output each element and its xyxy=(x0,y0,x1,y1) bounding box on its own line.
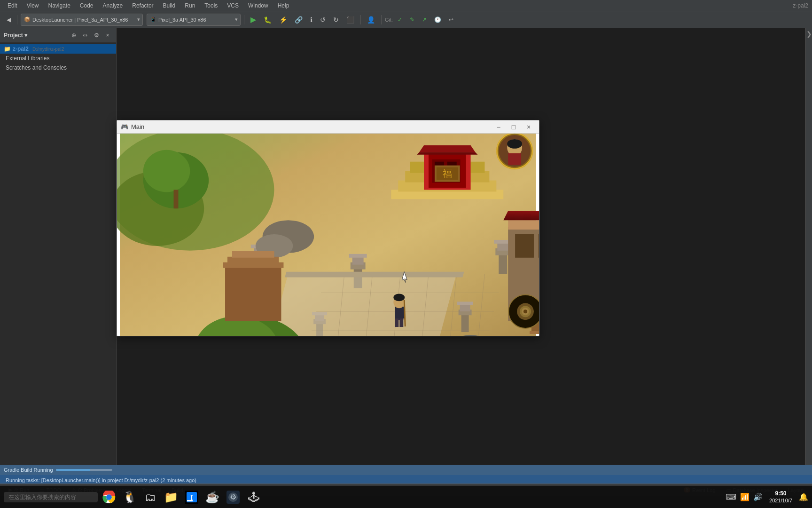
system-clock[interactable]: 9:50 2021/10/7 xyxy=(766,489,795,505)
clock-time: 9:50 xyxy=(769,490,792,498)
toolbar-sep-1 xyxy=(17,15,17,24)
git-push-button[interactable]: ↗ xyxy=(419,14,429,26)
svg-rect-81 xyxy=(232,251,274,258)
game-window-titlebar: 🎮 Main − □ × xyxy=(117,120,539,134)
sidebar-collapse-btn[interactable]: ⇔ xyxy=(80,31,90,40)
nav-back-button[interactable]: ◀ xyxy=(4,14,14,26)
attach-button[interactable]: 🔗 xyxy=(292,14,305,26)
game-window-maximize[interactable]: □ xyxy=(507,122,520,132)
svg-rect-41 xyxy=(508,220,539,230)
svg-point-86 xyxy=(507,139,522,149)
menu-run[interactable]: Run xyxy=(181,1,199,10)
taskbar-chrome-icon[interactable] xyxy=(100,488,118,507)
svg-rect-78 xyxy=(225,265,281,321)
stop-button[interactable]: ⬛ xyxy=(344,14,357,26)
tray-keyboard-icon[interactable]: ⌨ xyxy=(726,492,736,501)
svg-marker-36 xyxy=(417,152,477,155)
svg-point-60 xyxy=(393,294,405,301)
menu-navigate[interactable]: Navigate xyxy=(44,1,74,10)
menu-refactor[interactable]: Refactor xyxy=(128,1,157,10)
menu-bar: Edit View Navigate Code Analyze Refactor… xyxy=(0,0,812,11)
tray-speaker-icon[interactable]: 🔊 xyxy=(753,492,763,501)
taskbar-linux-icon[interactable]: 🐧 xyxy=(120,488,139,507)
run-config-dropdown[interactable]: 📦 DesktopLauncher | Pixel_3a_API_30_x86 … xyxy=(21,14,143,26)
git-pencil-button[interactable]: ✎ xyxy=(407,14,417,26)
taskbar-java-icon[interactable]: ☕ xyxy=(203,488,222,507)
svg-rect-61 xyxy=(395,318,398,327)
sidebar-item-scratches[interactable]: Scratches and Consoles xyxy=(0,63,116,72)
taskbar-windows-explorer-icon[interactable]: 🗂 xyxy=(141,488,160,507)
game-canvas[interactable]: 福 xyxy=(117,134,539,336)
main-layout: Project ▾ ⊕ ⇔ ⚙ × 📁 z-pal2 D:/mydir/z-pa… xyxy=(0,28,812,484)
ide-status-bar: Gradle Build Running xyxy=(0,465,812,475)
profile-button[interactable]: ⚡ xyxy=(276,14,290,26)
run-config-label: DesktopLauncher | Pixel_3a_API_30_x86 xyxy=(32,17,128,23)
right-strip-arrow[interactable]: ❯ xyxy=(806,30,812,38)
game-window-title-text: Main xyxy=(131,123,144,130)
toolbar-sep-4 xyxy=(381,15,382,24)
svg-text:⚙: ⚙ xyxy=(230,493,236,501)
taskbar-game-icon[interactable]: 🕹 xyxy=(244,488,263,507)
taskbar-intellij-icon[interactable]: I xyxy=(182,488,201,507)
run-button[interactable]: ▶ xyxy=(248,14,259,26)
game-window-minimize[interactable]: − xyxy=(492,122,505,132)
right-strip: ❯ xyxy=(805,28,812,484)
git-history-button[interactable]: 🕐 xyxy=(431,14,444,26)
taskbar-folder-icon[interactable]: 📁 xyxy=(162,488,180,507)
gradle-bar-fill xyxy=(56,469,90,471)
svg-marker-42 xyxy=(503,211,539,220)
menu-help[interactable]: Help xyxy=(274,1,293,10)
menu-tools[interactable]: Tools xyxy=(201,1,221,10)
tray-network-icon[interactable]: 📶 xyxy=(740,492,750,501)
game-scene-svg: 福 xyxy=(117,134,539,336)
svg-text:福: 福 xyxy=(443,168,452,179)
menu-analyze[interactable]: Analyze xyxy=(99,1,127,10)
menu-build[interactable]: Build xyxy=(159,1,180,10)
taskbar-steam-icon[interactable]: ⚙ xyxy=(224,488,242,507)
gradle-status-text: Gradle Build Running xyxy=(4,467,53,473)
git-revert-button[interactable]: ↩ xyxy=(446,14,456,26)
svg-point-94 xyxy=(523,310,527,313)
svg-rect-100 xyxy=(187,500,193,501)
svg-point-96 xyxy=(106,494,112,500)
debug-button[interactable]: 🐛 xyxy=(261,14,274,26)
svg-rect-21 xyxy=(457,302,473,305)
svg-marker-35 xyxy=(419,145,475,152)
device-dropdown[interactable]: 📱 Pixel_3a API_30 x86 ▾ xyxy=(147,14,241,26)
menu-view[interactable]: View xyxy=(23,1,43,10)
toolbar: ◀ 📦 DesktopLauncher | Pixel_3a_API_30_x8… xyxy=(0,11,812,28)
sidebar-scope-btn[interactable]: ⊕ xyxy=(69,31,78,40)
svg-rect-13 xyxy=(349,254,367,258)
sidebar-content: 📁 z-pal2 D:/mydir/z-pal2 External Librar… xyxy=(0,42,116,484)
taskbar: 🐧 🗂 📁 I ☕ ⚙ 🕹 ⌨ 📶 🔊 9:50 2021/10/7 🔔 xyxy=(0,485,812,508)
scratches-label: Scratches and Consoles xyxy=(6,64,67,71)
svg-rect-56 xyxy=(285,272,464,278)
svg-rect-43 xyxy=(515,234,534,258)
sidebar-hide-btn[interactable]: × xyxy=(103,31,112,40)
avd-button[interactable]: ↺ xyxy=(317,14,328,26)
game-window[interactable]: 🎮 Main − □ × xyxy=(117,120,539,336)
device-label: Pixel_3a API_30 x86 xyxy=(158,17,206,23)
sdk-manager-button[interactable]: ℹ xyxy=(307,14,315,26)
sidebar-item-external-libs[interactable]: External Libraries xyxy=(0,54,116,63)
sidebar-item-project[interactable]: 📁 z-pal2 D:/mydir/z-pal2 xyxy=(0,44,116,54)
game-window-close[interactable]: × xyxy=(522,122,535,132)
sidebar-project-path: D:/mydir/z-pal2 xyxy=(32,47,64,52)
menu-code[interactable]: Code xyxy=(76,1,97,10)
svg-rect-44 xyxy=(539,234,539,258)
external-libs-label: External Libraries xyxy=(6,55,49,62)
sync-button[interactable]: ↻ xyxy=(330,14,342,26)
sidebar-header-label: Project ▾ xyxy=(4,32,27,39)
menu-edit[interactable]: Edit xyxy=(4,1,21,10)
editor-area: 🎮 Main − □ × xyxy=(117,28,812,484)
menu-window[interactable]: Window xyxy=(244,1,272,10)
notification-icon[interactable]: 🔔 xyxy=(799,492,808,501)
taskbar-search-input[interactable] xyxy=(4,492,98,502)
sidebar-project-name: z-pal2 xyxy=(13,46,29,52)
game-window-controls: − □ × xyxy=(492,122,535,132)
git-check-button[interactable]: ✓ xyxy=(395,14,405,26)
build-tasks-text: Running tasks: [DesktopLauncher.main()] … xyxy=(6,477,196,483)
sidebar-settings-btn[interactable]: ⚙ xyxy=(92,31,101,40)
menu-vcs[interactable]: VCS xyxy=(223,1,242,10)
user-avatar-button[interactable]: 👤 xyxy=(364,14,378,26)
